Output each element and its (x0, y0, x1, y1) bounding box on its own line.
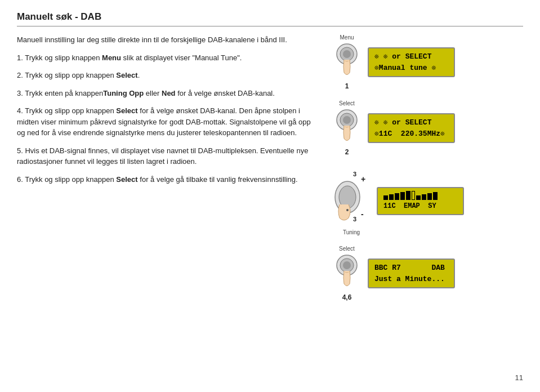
select-label-2: Select (339, 100, 355, 106)
step-5: 5. Hvis et DAB-signal finnes, vil displa… (17, 145, 320, 167)
step-1: 1. Trykk og slipp knappen Menu slik at d… (17, 52, 320, 64)
lcd-1-line1: ❊ ❊ or SELECT (374, 51, 448, 63)
svg-text:3: 3 (353, 216, 356, 222)
menu-label: Menu (340, 34, 354, 41)
diagram-row-2: Select 2 ❊ ❊ or SELECT ❊11C 220.35MHz❊ (332, 100, 455, 156)
select-button-svg-4 (332, 253, 362, 292)
lcd-3-line2: 11C EMAP SY (383, 201, 457, 211)
step-3: 3. Trykk enten på knappenTuning Opp elle… (17, 88, 320, 99)
lcd-3: 11C EMAP SY (377, 187, 464, 215)
step-4: 4. Trykk og slipp opp knappen Select for… (17, 105, 320, 139)
lcd-2: ❊ ❊ or SELECT ❊11C 220.35MHz❊ (368, 113, 455, 143)
diagram-column: Menu 1 ❊ ❊ or SELECT ❊Manual tune ❊ (332, 34, 523, 311)
select-button-illus-4: Select 4,6 (332, 246, 362, 301)
svg-text:-: - (361, 210, 364, 219)
select-button-illus-2: Select 2 (332, 100, 362, 156)
lcd-4-line1: BBC R7 DAB (374, 262, 448, 274)
lcd-1-line2: ❊Manual tune ❊ (374, 63, 448, 74)
lcd-2-line2: ❊11C 220.35MHz❊ (374, 128, 448, 140)
menu-button-svg (332, 42, 362, 81)
select-button-svg-2 (332, 108, 362, 147)
intro-text: Manuell innstilling lar deg stille direk… (17, 34, 320, 46)
lcd-4: BBC R7 DAB Just a Minute... (368, 259, 455, 288)
lcd-1: ❊ ❊ or SELECT ❊Manual tune ❊ (368, 47, 455, 77)
page-title: Manuelt søk - DAB (17, 11, 523, 26)
diagram-row-4: Select 4,6 BBC R7 DAB Just a Minute... (332, 246, 455, 301)
svg-text:+: + (361, 175, 365, 184)
lcd-4-line2: Just a Minute... (374, 274, 448, 285)
text-column: Manuell innstilling lar deg stille direk… (17, 34, 332, 311)
diagram-row-3: + - 3 3 Tuning (332, 166, 464, 235)
tuning-knob-svg: + - 3 3 (332, 166, 371, 228)
step-num-2: 2 (345, 148, 349, 156)
svg-point-17 (343, 261, 351, 269)
step-num-1: 1 (345, 82, 349, 90)
step-num-4: 4,6 (342, 293, 352, 301)
svg-point-14 (346, 209, 349, 211)
step-2: 2. Trykk og slipp opp knappen Select. (17, 70, 320, 81)
tuning-knob-illus: + - 3 3 Tuning (332, 166, 371, 235)
select-label-4: Select (339, 246, 355, 252)
tuning-label: Tuning (343, 229, 360, 235)
menu-button-illus: Menu 1 (332, 34, 362, 90)
page-number: 11 (515, 373, 523, 382)
svg-point-2 (343, 50, 351, 58)
svg-point-6 (343, 116, 351, 124)
diagram-row-1: Menu 1 ❊ ❊ or SELECT ❊Manual tune ❊ (332, 34, 455, 90)
svg-text:3: 3 (353, 171, 356, 177)
step-6: 6. Trykk og slipp opp knappen Select for… (17, 174, 320, 185)
lcd-2-line1: ❊ ❊ or SELECT (374, 117, 448, 128)
